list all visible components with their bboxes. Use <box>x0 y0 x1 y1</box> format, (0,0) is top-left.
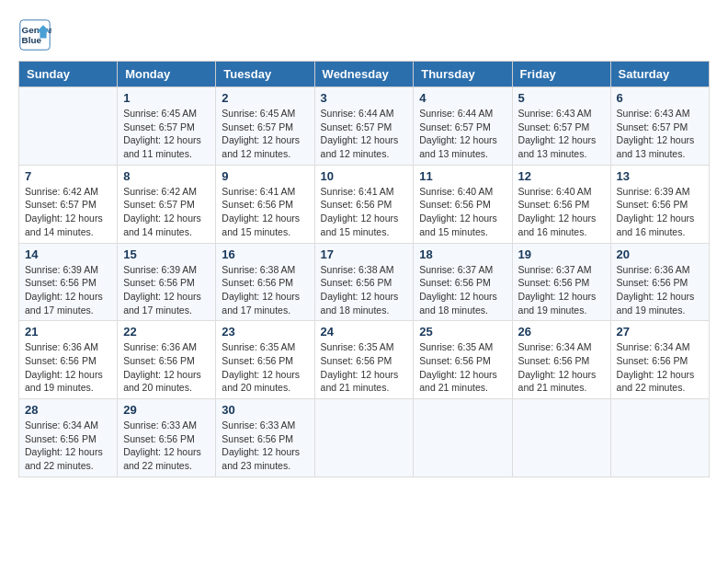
day-number: 11 <box>419 169 506 183</box>
calendar-cell <box>314 399 414 477</box>
svg-text:Blue: Blue <box>22 35 42 45</box>
day-number: 12 <box>518 169 605 183</box>
day-number: 14 <box>25 247 111 261</box>
calendar-cell: 12Sunrise: 6:40 AM Sunset: 6:56 PM Dayli… <box>512 165 610 243</box>
day-info: Sunrise: 6:38 AM Sunset: 6:56 PM Dayligh… <box>222 263 308 317</box>
day-info: Sunrise: 6:40 AM Sunset: 6:56 PM Dayligh… <box>419 185 506 239</box>
calendar-cell: 24Sunrise: 6:35 AM Sunset: 6:56 PM Dayli… <box>314 321 414 399</box>
calendar-cell <box>414 399 512 477</box>
day-number: 27 <box>617 325 703 339</box>
day-info: Sunrise: 6:36 AM Sunset: 6:56 PM Dayligh… <box>25 340 111 395</box>
day-info: Sunrise: 6:41 AM Sunset: 6:56 PM Dayligh… <box>321 185 408 239</box>
day-number: 1 <box>123 91 210 105</box>
calendar-cell: 30Sunrise: 6:33 AM Sunset: 6:56 PM Dayli… <box>216 399 314 477</box>
calendar-cell: 21Sunrise: 6:36 AM Sunset: 6:56 PM Dayli… <box>19 321 118 399</box>
calendar-cell: 19Sunrise: 6:37 AM Sunset: 6:56 PM Dayli… <box>512 243 610 321</box>
day-info: Sunrise: 6:41 AM Sunset: 6:56 PM Dayligh… <box>222 185 308 239</box>
day-info: Sunrise: 6:39 AM Sunset: 6:56 PM Dayligh… <box>25 263 111 317</box>
calendar-table: SundayMondayTuesdayWednesdayThursdayFrid… <box>18 61 710 477</box>
col-header-monday: Monday <box>118 62 216 87</box>
calendar-cell: 1Sunrise: 6:45 AM Sunset: 6:57 PM Daylig… <box>118 87 216 166</box>
day-number: 24 <box>321 325 408 339</box>
week-row-1: 1Sunrise: 6:45 AM Sunset: 6:57 PM Daylig… <box>19 87 710 166</box>
logo-icon: General Blue <box>18 18 51 52</box>
calendar-cell: 20Sunrise: 6:36 AM Sunset: 6:56 PM Dayli… <box>610 243 709 321</box>
day-info: Sunrise: 6:38 AM Sunset: 6:56 PM Dayligh… <box>321 263 408 317</box>
calendar-cell: 5Sunrise: 6:43 AM Sunset: 6:57 PM Daylig… <box>512 87 610 166</box>
day-number: 3 <box>321 91 408 105</box>
day-info: Sunrise: 6:43 AM Sunset: 6:57 PM Dayligh… <box>518 107 605 161</box>
day-number: 26 <box>518 325 605 339</box>
day-number: 2 <box>222 91 308 105</box>
day-number: 7 <box>25 169 111 183</box>
day-info: Sunrise: 6:39 AM Sunset: 6:56 PM Dayligh… <box>617 185 703 239</box>
calendar-cell <box>19 87 118 166</box>
day-number: 18 <box>419 247 506 261</box>
day-info: Sunrise: 6:35 AM Sunset: 6:56 PM Dayligh… <box>419 340 506 395</box>
calendar-cell: 27Sunrise: 6:34 AM Sunset: 6:56 PM Dayli… <box>610 321 709 399</box>
day-info: Sunrise: 6:42 AM Sunset: 6:57 PM Dayligh… <box>123 185 210 239</box>
calendar-cell: 10Sunrise: 6:41 AM Sunset: 6:56 PM Dayli… <box>314 165 414 243</box>
day-number: 4 <box>419 91 506 105</box>
calendar-cell: 4Sunrise: 6:44 AM Sunset: 6:57 PM Daylig… <box>414 87 512 166</box>
day-info: Sunrise: 6:33 AM Sunset: 6:56 PM Dayligh… <box>123 419 210 473</box>
col-header-sunday: Sunday <box>19 62 118 87</box>
day-number: 28 <box>25 403 111 417</box>
day-number: 20 <box>617 247 703 261</box>
day-info: Sunrise: 6:45 AM Sunset: 6:57 PM Dayligh… <box>123 107 210 161</box>
col-header-wednesday: Wednesday <box>314 62 414 87</box>
calendar-cell: 23Sunrise: 6:35 AM Sunset: 6:56 PM Dayli… <box>216 321 314 399</box>
day-number: 8 <box>123 169 210 183</box>
calendar-cell: 13Sunrise: 6:39 AM Sunset: 6:56 PM Dayli… <box>610 165 709 243</box>
calendar-cell: 25Sunrise: 6:35 AM Sunset: 6:56 PM Dayli… <box>414 321 512 399</box>
col-header-saturday: Saturday <box>610 62 709 87</box>
logo: General Blue <box>18 18 51 52</box>
calendar-cell: 15Sunrise: 6:39 AM Sunset: 6:56 PM Dayli… <box>118 243 216 321</box>
day-number: 21 <box>25 325 111 339</box>
calendar-cell: 3Sunrise: 6:44 AM Sunset: 6:57 PM Daylig… <box>314 87 414 166</box>
day-info: Sunrise: 6:34 AM Sunset: 6:56 PM Dayligh… <box>25 419 111 473</box>
calendar-cell: 17Sunrise: 6:38 AM Sunset: 6:56 PM Dayli… <box>314 243 414 321</box>
day-info: Sunrise: 6:34 AM Sunset: 6:56 PM Dayligh… <box>518 340 605 395</box>
day-number: 17 <box>321 247 408 261</box>
day-info: Sunrise: 6:34 AM Sunset: 6:56 PM Dayligh… <box>617 340 703 395</box>
calendar-cell: 18Sunrise: 6:37 AM Sunset: 6:56 PM Dayli… <box>414 243 512 321</box>
day-info: Sunrise: 6:40 AM Sunset: 6:56 PM Dayligh… <box>518 185 605 239</box>
calendar-cell <box>610 399 709 477</box>
day-info: Sunrise: 6:33 AM Sunset: 6:56 PM Dayligh… <box>222 419 308 473</box>
day-info: Sunrise: 6:44 AM Sunset: 6:57 PM Dayligh… <box>321 107 408 161</box>
day-number: 13 <box>617 169 703 183</box>
calendar-cell: 16Sunrise: 6:38 AM Sunset: 6:56 PM Dayli… <box>216 243 314 321</box>
calendar-cell: 9Sunrise: 6:41 AM Sunset: 6:56 PM Daylig… <box>216 165 314 243</box>
calendar-cell: 14Sunrise: 6:39 AM Sunset: 6:56 PM Dayli… <box>19 243 118 321</box>
day-info: Sunrise: 6:35 AM Sunset: 6:56 PM Dayligh… <box>321 340 408 395</box>
day-info: Sunrise: 6:37 AM Sunset: 6:56 PM Dayligh… <box>419 263 506 317</box>
calendar-cell <box>512 399 610 477</box>
day-number: 10 <box>321 169 408 183</box>
day-info: Sunrise: 6:39 AM Sunset: 6:56 PM Dayligh… <box>123 263 210 317</box>
day-number: 6 <box>617 91 703 105</box>
day-number: 15 <box>123 247 210 261</box>
day-info: Sunrise: 6:42 AM Sunset: 6:57 PM Dayligh… <box>25 185 111 239</box>
day-number: 25 <box>419 325 506 339</box>
day-info: Sunrise: 6:44 AM Sunset: 6:57 PM Dayligh… <box>419 107 506 161</box>
calendar-cell: 29Sunrise: 6:33 AM Sunset: 6:56 PM Dayli… <box>118 399 216 477</box>
day-info: Sunrise: 6:36 AM Sunset: 6:56 PM Dayligh… <box>617 263 703 317</box>
day-number: 19 <box>518 247 605 261</box>
calendar-cell: 26Sunrise: 6:34 AM Sunset: 6:56 PM Dayli… <box>512 321 610 399</box>
day-number: 9 <box>222 169 308 183</box>
col-header-thursday: Thursday <box>414 62 512 87</box>
week-row-4: 21Sunrise: 6:36 AM Sunset: 6:56 PM Dayli… <box>19 321 710 399</box>
calendar-cell: 2Sunrise: 6:45 AM Sunset: 6:57 PM Daylig… <box>216 87 314 166</box>
calendar-cell: 22Sunrise: 6:36 AM Sunset: 6:56 PM Dayli… <box>118 321 216 399</box>
col-header-tuesday: Tuesday <box>216 62 314 87</box>
day-number: 23 <box>222 325 308 339</box>
page-header: General Blue <box>18 18 710 52</box>
day-info: Sunrise: 6:37 AM Sunset: 6:56 PM Dayligh… <box>518 263 605 317</box>
calendar-cell: 8Sunrise: 6:42 AM Sunset: 6:57 PM Daylig… <box>118 165 216 243</box>
day-number: 16 <box>222 247 308 261</box>
week-row-3: 14Sunrise: 6:39 AM Sunset: 6:56 PM Dayli… <box>19 243 710 321</box>
week-row-5: 28Sunrise: 6:34 AM Sunset: 6:56 PM Dayli… <box>19 399 710 477</box>
day-number: 5 <box>518 91 605 105</box>
calendar-cell: 6Sunrise: 6:43 AM Sunset: 6:57 PM Daylig… <box>610 87 709 166</box>
